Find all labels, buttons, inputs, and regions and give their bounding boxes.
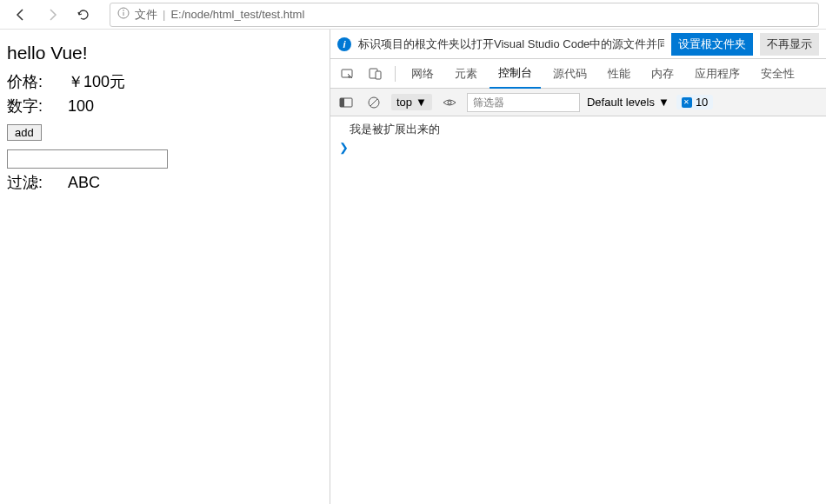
devtools-panel: i 标识项目的根文件夹以打开Visual Studio Code中的源文件并同步… bbox=[330, 30, 826, 504]
price-value: ￥100元 bbox=[68, 70, 125, 95]
context-value: top bbox=[396, 96, 412, 109]
back-button[interactable] bbox=[7, 3, 35, 27]
number-value: 100 bbox=[68, 94, 94, 119]
addr-label: 文件 bbox=[135, 7, 157, 23]
sidebar-toggle-icon[interactable] bbox=[336, 92, 356, 113]
tab-elements[interactable]: 元素 bbox=[446, 59, 486, 89]
issues-badge[interactable]: ✕ 10 bbox=[676, 95, 713, 109]
page-content: hello Vue! 价格: ￥100元 数字: 100 add 过滤: ABC bbox=[0, 30, 330, 504]
svg-rect-5 bbox=[376, 71, 381, 79]
add-button[interactable]: add bbox=[7, 124, 42, 141]
tab-security[interactable]: 安全性 bbox=[752, 59, 803, 89]
svg-line-9 bbox=[370, 99, 377, 106]
text-input[interactable] bbox=[7, 149, 168, 169]
addr-separator: | bbox=[163, 8, 165, 21]
page-title: hello Vue! bbox=[7, 38, 323, 68]
tab-sources[interactable]: 源代码 bbox=[544, 59, 596, 89]
svg-point-2 bbox=[123, 10, 124, 11]
device-toggle-icon[interactable] bbox=[363, 62, 388, 86]
info-message: 标识项目的根文件夹以打开Visual Studio Code中的源文件并同步更改… bbox=[358, 36, 664, 52]
context-selector[interactable]: top ▼ bbox=[391, 94, 432, 110]
chevron-down-icon: ▼ bbox=[658, 96, 669, 109]
console-output[interactable]: 我是被扩展出来的 ❯ bbox=[330, 116, 826, 504]
console-filter-input[interactable] bbox=[467, 93, 580, 112]
tab-console[interactable]: 控制台 bbox=[490, 59, 541, 89]
console-prompt-icon: ❯ bbox=[337, 139, 819, 156]
address-bar[interactable]: 文件 | E:/node/html_test/test.html bbox=[110, 3, 819, 27]
tab-memory[interactable]: 内存 bbox=[643, 59, 683, 89]
price-label: 价格: bbox=[7, 70, 68, 95]
clear-console-icon[interactable] bbox=[363, 92, 384, 113]
tab-performance[interactable]: 性能 bbox=[599, 59, 639, 89]
tab-network[interactable]: 网络 bbox=[403, 59, 443, 89]
number-label: 数字: bbox=[7, 94, 68, 119]
eye-icon[interactable] bbox=[439, 92, 460, 113]
issues-dot-icon: ✕ bbox=[682, 97, 692, 108]
dismiss-button[interactable]: 不再显示 bbox=[760, 33, 819, 56]
inspect-icon[interactable] bbox=[336, 62, 360, 86]
svg-rect-7 bbox=[340, 98, 344, 107]
log-levels-selector[interactable]: Default levels ▼ bbox=[587, 96, 669, 109]
chevron-down-icon: ▼ bbox=[416, 96, 427, 109]
issues-count: 10 bbox=[696, 96, 708, 109]
svg-point-10 bbox=[448, 101, 451, 104]
addr-url: E:/node/html_test/test.html bbox=[170, 8, 304, 21]
console-log-line: 我是被扩展出来的 bbox=[337, 120, 819, 139]
tab-application[interactable]: 应用程序 bbox=[686, 59, 749, 89]
filter-value: ABC bbox=[68, 170, 100, 196]
forward-button[interactable] bbox=[38, 3, 66, 27]
info-icon bbox=[117, 7, 130, 22]
set-root-folder-button[interactable]: 设置根文件夹 bbox=[671, 33, 753, 56]
reload-button[interactable] bbox=[70, 3, 97, 27]
divider bbox=[395, 66, 396, 82]
info-icon: i bbox=[337, 37, 351, 51]
filter-label: 过滤: bbox=[7, 170, 68, 196]
levels-label: Default levels bbox=[587, 96, 655, 109]
